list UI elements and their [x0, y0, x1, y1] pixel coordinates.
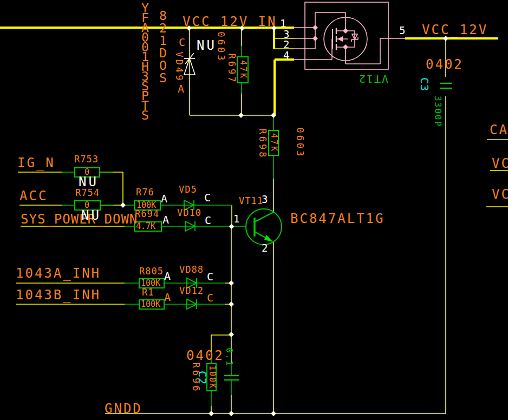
pin-name-vd49-cathode: C: [179, 37, 185, 48]
net-label-car[interactable]: CAR: [490, 123, 508, 136]
value-r697: 47K: [239, 60, 247, 80]
refdes-r753[interactable]: R753: [74, 155, 99, 164]
pin-name-vd12-c: C: [207, 292, 213, 303]
pin-number-vt12-2: 2: [283, 40, 289, 50]
refdes-vd88[interactable]: VD88: [179, 265, 204, 274]
net-label-vcc-12v-in[interactable]: VCC_12V_IN: [183, 15, 277, 28]
mosfet-internal-junctions: [312, 25, 348, 50]
part-name-bc847alt1g[interactable]: BC847ALT1G: [290, 212, 385, 225]
mosfet-block-vt12[interactable]: [294, 2, 405, 69]
refdes-c3[interactable]: C3: [419, 77, 430, 91]
net-label-vcc-12v[interactable]: VCC_12V: [422, 23, 488, 36]
refdes-r694[interactable]: R694: [135, 209, 159, 219]
net-label-gndd[interactable]: GNDD: [105, 402, 142, 415]
nu-mark-vd49: NU: [197, 39, 217, 52]
package-label-r698-0603: 0603: [295, 128, 304, 159]
refdes-r697[interactable]: R697: [227, 54, 236, 84]
refdes-r754[interactable]: R754: [75, 188, 100, 198]
package-label-c3-0402: 0402: [426, 58, 464, 71]
value-r698: 47K: [270, 133, 278, 153]
value-c2: 0.1: [225, 348, 233, 367]
refdes-vd10[interactable]: VD10: [177, 208, 201, 218]
value-r694: 4.7K: [136, 222, 155, 231]
power-wires[interactable]: [0, 28, 498, 115]
capacitor-symbol-c2: [224, 376, 239, 380]
nu-mark-r754: NU: [81, 209, 101, 222]
pin-number-vt11-1: 1: [233, 214, 239, 224]
net-label-vc-lower[interactable]: VC: [492, 188, 508, 201]
emitter-arrow: [264, 235, 273, 242]
refdes-c2[interactable]: C2: [197, 371, 208, 385]
capacitor-symbol-c3: [440, 83, 452, 88]
value-c3: 3300P: [433, 96, 442, 127]
nu-mark-r753: NU: [79, 175, 99, 188]
pin-number-vt11-2: 2: [262, 243, 268, 253]
value-r1: 100K: [141, 300, 160, 309]
pin-name-vd49-anode: A: [178, 83, 184, 94]
net-label-1043b-inh[interactable]: 1043B_INH: [16, 288, 101, 301]
package-name-sod128[interactable]: SOD128: [159, 10, 167, 84]
refdes-vt11[interactable]: VT11: [239, 196, 263, 206]
net-label-ig-n[interactable]: IG_N: [17, 156, 55, 169]
refdes-r805[interactable]: R805: [139, 267, 164, 276]
pin-name-r1-a: A: [164, 292, 171, 303]
net-label-1043a-inh[interactable]: 1043A_INH: [16, 267, 101, 280]
pin-name-vd5-c: C: [204, 192, 211, 203]
refdes-r1[interactable]: R1: [142, 288, 154, 297]
refdes-vd5[interactable]: VD5: [179, 185, 197, 194]
pin-number-vt12-4: 4: [283, 50, 289, 61]
value-r805: 100K: [141, 279, 160, 287]
junction-dots: [120, 25, 448, 416]
pin-number-vt12-1: 1: [280, 18, 286, 29]
refdes-r698[interactable]: R698: [258, 129, 267, 160]
pin-name-vd10-c: C: [205, 215, 211, 226]
refdes-vd49[interactable]: VD49: [174, 52, 184, 83]
pin-name-r76-a: A: [161, 193, 167, 204]
net-label-vc-upper[interactable]: VC: [492, 157, 508, 170]
pin-number-vt11-3: 3: [262, 194, 268, 205]
part-name-stps3h100afy[interactable]: STPS3H100AFY: [141, 3, 149, 120]
capacitor-symbols[interactable]: [224, 83, 452, 380]
mosfet-arrow: [337, 36, 343, 42]
pin-name-vd88-c: C: [207, 271, 213, 282]
refdes-vd12[interactable]: VD12: [179, 286, 204, 296]
transistor-symbol-vt11[interactable]: [246, 209, 282, 245]
pin-name-r694-a: A: [162, 214, 169, 225]
refdes-vt12[interactable]: VT12: [358, 74, 388, 84]
pin-number-vt12-5: 5: [399, 25, 405, 36]
package-label-r696-0402: 0402: [186, 349, 224, 362]
package-label-r697-0603: 0603: [216, 32, 225, 63]
net-label-acc[interactable]: ACC: [19, 189, 48, 202]
refdes-r76[interactable]: R76: [136, 188, 154, 197]
pin-name-r805-a: A: [164, 271, 171, 281]
value-r76: 100K: [136, 201, 156, 209]
schematic-canvas: STPS3H100AFY SOD128 VCC_12V_IN VCC_12V C…: [0, 0, 508, 420]
net-label-sys-power-down[interactable]: SYS_POWER_DOWN: [21, 213, 138, 226]
